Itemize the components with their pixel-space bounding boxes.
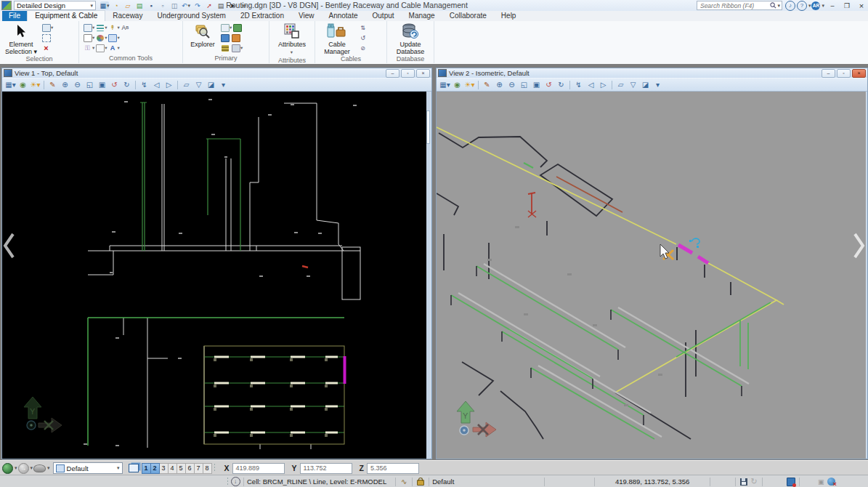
active-snap-icon[interactable]: ∿ — [399, 477, 409, 486]
view-toggles-icon[interactable] — [129, 464, 139, 472]
rotate-left-icon[interactable]: ↺ — [543, 80, 554, 90]
locks-icon[interactable] — [415, 477, 426, 486]
modeling-mode-icon[interactable] — [33, 464, 46, 472]
clip-volume-icon[interactable]: ▽ — [628, 80, 638, 90]
undo-icon[interactable]: ↶▾ — [182, 1, 190, 9]
y-coordinate-field[interactable]: 113.752 — [300, 463, 352, 474]
zoom-in-icon[interactable]: ⊕ — [494, 80, 505, 90]
view1-scrollbar[interactable] — [426, 92, 430, 459]
fit-view-icon[interactable]: ▣ — [531, 80, 542, 90]
element-selection-button[interactable]: Element Selection ▾ — [3, 23, 39, 55]
view-brightness-icon[interactable]: ☀▾ — [30, 80, 41, 90]
minimize-button[interactable]: – — [826, 1, 839, 10]
view1-restore-button[interactable]: ▫ — [401, 69, 415, 78]
more-view-tools-icon[interactable]: ▾ — [218, 80, 229, 90]
print-icon[interactable]: ▤ — [216, 1, 225, 9]
app-logo-icon[interactable] — [1, 1, 12, 10]
sheet-tools-icon[interactable] — [83, 33, 92, 42]
level-display-icon[interactable] — [231, 44, 240, 52]
zoom-out-icon[interactable]: ⊖ — [72, 80, 83, 90]
view-setup-icon[interactable]: ◉ — [452, 80, 463, 90]
selected-raceway-segment[interactable] — [663, 245, 708, 263]
explorer-button[interactable]: Explorer — [186, 23, 219, 48]
tab-annotate[interactable]: Annotate — [321, 11, 365, 21]
zoom-out-icon[interactable]: ⊖ — [506, 80, 517, 90]
search-input[interactable] — [699, 1, 770, 10]
chevron-right-icon[interactable] — [855, 234, 863, 257]
tab-view[interactable]: View — [291, 11, 322, 21]
refresh-icon[interactable]: ↻ — [749, 477, 759, 486]
cable-manager-button[interactable]: Cable Manager — [318, 23, 356, 55]
view1-title-bar[interactable]: View 1 - Top, Default – ▫ × — [2, 68, 431, 78]
compass-icon[interactable]: ◔ — [112, 1, 121, 9]
x-coordinate-field[interactable]: 419.889 — [232, 463, 285, 474]
tab-2d-extraction[interactable]: 2D Extraction — [233, 11, 291, 21]
personal-portal-icon[interactable]: ▦▾ — [100, 1, 109, 9]
help-caret-icon[interactable]: ▾ — [808, 3, 811, 9]
go-back-icon[interactable]: → — [18, 463, 29, 474]
tab-manage[interactable]: Manage — [402, 11, 442, 21]
tab-raceway[interactable]: Raceway — [105, 11, 150, 21]
import-icon[interactable]: ◫ — [170, 1, 179, 9]
view-next-icon[interactable]: ▷ — [163, 80, 174, 90]
tab-collaborate[interactable]: Collaborate — [442, 11, 494, 21]
view-toggle-2[interactable]: 2 — [151, 463, 160, 474]
window-area-icon[interactable]: ◱ — [519, 80, 530, 90]
view2-minimize-button[interactable]: – — [822, 69, 835, 78]
dimension-tools-icon[interactable] — [95, 23, 105, 32]
redo-icon[interactable]: ↷ — [193, 1, 202, 9]
cable-route-icon[interactable]: ⇅ — [358, 23, 368, 32]
help-icon[interactable]: ? — [797, 1, 807, 11]
more-view-tools-icon[interactable]: ▾ — [652, 80, 663, 90]
view-previous-icon[interactable]: ◁ — [585, 80, 596, 90]
pin-icon[interactable]: ➚ — [205, 1, 214, 9]
view-previous-icon[interactable]: ◁ — [151, 80, 162, 90]
new-file-icon[interactable]: ▤ — [135, 1, 144, 9]
view-toggle-1[interactable]: 1 — [142, 463, 151, 474]
view-display-icon[interactable]: ▦▾ — [5, 80, 16, 90]
view-toggle-7[interactable]: 7 — [195, 463, 203, 474]
search-caret-icon[interactable]: ▾ — [777, 3, 780, 9]
save-settings-icon[interactable]: ▫ — [158, 1, 167, 9]
markups-icon[interactable] — [231, 33, 240, 42]
models-icon[interactable] — [232, 23, 242, 32]
ribbon-search[interactable]: ▾ — [697, 1, 782, 10]
tab-output[interactable]: Output — [365, 11, 402, 21]
delete-element-icon[interactable]: × — [41, 44, 51, 52]
view2-title-bar[interactable]: View 2 - Isometric, Default – ▫ × — [437, 68, 867, 78]
view-toggle-3[interactable]: 3 — [160, 463, 169, 474]
zoom-in-icon[interactable]: ⊕ — [60, 80, 70, 90]
update-database-button[interactable]: Update Database — [390, 23, 431, 55]
cable-reroute-icon[interactable]: ↺ — [358, 33, 368, 42]
tab-file[interactable]: File — [2, 11, 27, 21]
key-tools-icon[interactable]: ⚿ — [83, 44, 92, 52]
open-file-icon[interactable]: ▱ — [123, 1, 132, 9]
view-next-icon[interactable]: ▷ — [598, 80, 609, 90]
z-coordinate-field[interactable]: 5.356 — [367, 463, 419, 474]
modeling-caret-icon[interactable]: ▾ — [47, 465, 50, 471]
toolbar-overflow-icon[interactable]: ≂ — [240, 1, 248, 9]
window-list-icon[interactable]: ▣ — [816, 477, 826, 486]
view2-close-button[interactable]: × — [852, 69, 866, 78]
view-toggle-8[interactable]: 8 — [203, 463, 212, 474]
palette-tools-icon[interactable] — [95, 33, 105, 42]
avatar-caret-icon[interactable]: ▾ — [822, 3, 824, 9]
update-view-icon[interactable]: ✎ — [47, 80, 58, 90]
view2-canvas[interactable]: Y — [437, 92, 866, 459]
place-text-icon[interactable]: A — [108, 44, 118, 52]
view1-close-button[interactable]: × — [416, 69, 430, 78]
view-brightness-icon[interactable]: ☀▾ — [464, 80, 475, 90]
fence-void-icon[interactable] — [41, 33, 51, 42]
workset-caret-icon[interactable]: ▾ — [15, 465, 17, 471]
save-icon[interactable]: ▪ — [147, 1, 155, 9]
workflow-selector[interactable]: Detailed Design ▾ — [14, 1, 96, 10]
tab-help[interactable]: Help — [494, 11, 524, 21]
design-history-icon[interactable] — [786, 477, 796, 486]
window-area-icon[interactable]: ◱ — [84, 80, 95, 90]
element-selection-pointer-icon[interactable]: ➤ — [228, 1, 237, 9]
active-level[interactable]: Default — [432, 478, 541, 486]
shape-tools-icon[interactable] — [95, 44, 105, 52]
connection-status-icon[interactable] — [826, 477, 836, 486]
clip-volume-icon[interactable]: ▽ — [193, 80, 204, 90]
view-toggle-4[interactable]: 4 — [169, 463, 177, 474]
